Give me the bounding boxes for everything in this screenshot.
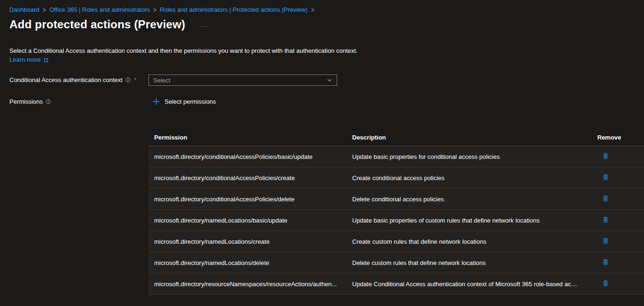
trash-icon bbox=[602, 216, 609, 225]
permission-cell: microsoft.directory/resourceNamespaces/r… bbox=[149, 281, 352, 288]
remove-permission-button[interactable] bbox=[601, 279, 610, 289]
breadcrumb-item-protected-actions[interactable]: Roles and administrators | Protected act… bbox=[160, 6, 307, 13]
trash-icon bbox=[602, 258, 609, 267]
learn-more-link[interactable]: Learn more bbox=[9, 56, 49, 64]
trash-icon bbox=[602, 237, 609, 246]
permission-cell: microsoft.directory/namedLocations/basic… bbox=[149, 217, 352, 224]
auth-context-label: Conditional Access authentication contex… bbox=[9, 74, 149, 83]
trash-icon bbox=[602, 174, 609, 182]
remove-permission-button[interactable] bbox=[601, 151, 610, 162]
external-link-icon bbox=[43, 57, 49, 63]
auth-context-select[interactable]: Select bbox=[149, 74, 337, 86]
permission-cell: microsoft.directory/conditionalAccessPol… bbox=[149, 153, 352, 160]
trash-icon bbox=[602, 195, 609, 204]
description-cell: Delete custom rules that define network … bbox=[352, 259, 585, 266]
permission-cell: microsoft.directory/namedLocations/creat… bbox=[149, 238, 352, 245]
table-row: microsoft.directory/resourceNamespaces/r… bbox=[149, 273, 644, 295]
auth-context-select-value: Select bbox=[153, 77, 170, 84]
permission-cell: microsoft.directory/conditionalAccessPol… bbox=[149, 196, 352, 203]
permissions-table: Permission Description Remove microsoft.… bbox=[149, 129, 644, 295]
permission-cell: microsoft.directory/namedLocations/delet… bbox=[149, 259, 352, 266]
plus-icon bbox=[152, 98, 160, 106]
remove-permission-button[interactable] bbox=[601, 194, 610, 205]
table-row: microsoft.directory/conditionalAccessPol… bbox=[149, 167, 644, 189]
description-cell: Update basic properties of custom rules … bbox=[352, 217, 585, 224]
breadcrumb-separator: > bbox=[311, 6, 314, 13]
permissions-label: Permissions bbox=[9, 96, 149, 105]
breadcrumb-separator: > bbox=[153, 6, 157, 13]
trash-icon bbox=[602, 152, 609, 161]
description-cell: Create conditional access policies bbox=[352, 174, 585, 182]
table-row: microsoft.directory/conditionalAccessPol… bbox=[149, 189, 644, 210]
page-title: Add protected actions (Preview) bbox=[9, 18, 185, 31]
column-header-remove: Remove bbox=[585, 134, 644, 141]
remove-permission-button[interactable] bbox=[601, 257, 610, 268]
chevron-down-icon bbox=[327, 77, 332, 83]
breadcrumb: Dashboard > Office 365 | Roles and admin… bbox=[0, 0, 644, 13]
breadcrumb-item-roles-admins[interactable]: Office 365 | Roles and administrators bbox=[50, 6, 150, 13]
table-row: microsoft.directory/conditionalAccessPol… bbox=[149, 146, 644, 167]
table-row: microsoft.directory/namedLocations/delet… bbox=[149, 252, 644, 273]
remove-permission-button[interactable] bbox=[601, 215, 610, 226]
remove-permission-button[interactable] bbox=[601, 173, 610, 183]
breadcrumb-item-dashboard[interactable]: Dashboard bbox=[9, 6, 40, 13]
table-row: microsoft.directory/namedLocations/basic… bbox=[149, 210, 644, 231]
column-header-permission: Permission bbox=[149, 134, 352, 141]
select-permissions-label: Select permissions bbox=[165, 98, 216, 105]
permission-cell: microsoft.directory/conditionalAccessPol… bbox=[149, 174, 352, 182]
required-marker: * bbox=[133, 76, 136, 83]
description-cell: Delete conditional access policies bbox=[352, 196, 585, 203]
info-icon[interactable] bbox=[45, 99, 51, 105]
column-header-description: Description bbox=[352, 134, 585, 141]
remove-permission-button[interactable] bbox=[601, 236, 610, 247]
breadcrumb-separator: > bbox=[43, 6, 46, 13]
trash-icon bbox=[602, 280, 609, 289]
description-cell: Update Conditional Access authentication… bbox=[352, 281, 585, 288]
description-cell: Update basic properties for conditional … bbox=[352, 153, 585, 160]
more-options-button[interactable]: ... bbox=[199, 20, 208, 30]
select-permissions-button[interactable]: Select permissions bbox=[152, 96, 216, 106]
table-row: microsoft.directory/namedLocations/creat… bbox=[149, 231, 644, 252]
info-icon[interactable] bbox=[125, 77, 131, 83]
description-cell: Create custom rules that define network … bbox=[352, 238, 585, 245]
table-header-row: Permission Description Remove bbox=[149, 129, 644, 146]
learn-more-label: Learn more bbox=[9, 56, 41, 64]
page-description: Select a Conditional Access authenticati… bbox=[9, 47, 635, 55]
